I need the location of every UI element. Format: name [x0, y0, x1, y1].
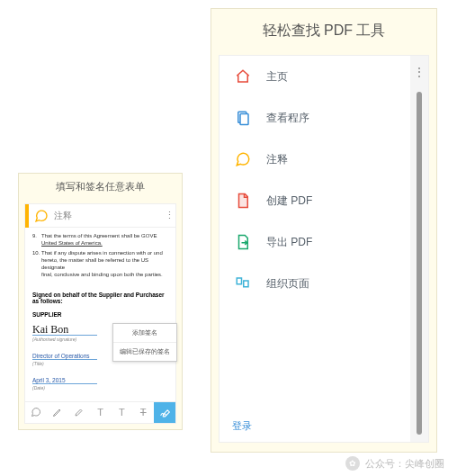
left-app-header: 注释 ⋮: [25, 204, 175, 228]
svg-rect-1: [240, 114, 248, 125]
comment-icon: [232, 151, 254, 167]
menu-label: 创建 PDF: [266, 193, 312, 209]
menu-item-comment[interactable]: 注释: [220, 139, 410, 180]
tool-comment-icon[interactable]: [25, 402, 47, 423]
signature-popup: 添加签名 编辑已保存的签名: [112, 323, 177, 362]
supplier-heading: SUPPLIER: [32, 311, 168, 318]
clause-row: 10. That if any dispute arises in connec…: [32, 249, 168, 278]
menu-item-create-pdf[interactable]: 创建 PDF: [220, 180, 410, 221]
signature-popup-manage[interactable]: 编辑已保存的签名: [113, 343, 176, 361]
comment-icon: [34, 209, 49, 223]
active-tab-strip: [25, 204, 29, 228]
signature-popup-add[interactable]: 添加签名: [113, 324, 176, 343]
tool-strike-icon[interactable]: T: [132, 402, 154, 423]
header-overflow-icon[interactable]: ⋮: [163, 210, 175, 221]
menu-item-export-pdf[interactable]: 导出 PDF: [220, 221, 410, 263]
date-field[interactable]: April 3, 2015 (Date): [32, 372, 168, 391]
menu-label: 主页: [266, 69, 288, 85]
clause-number: 9.: [32, 232, 41, 247]
clause-number: 10.: [32, 249, 41, 278]
tool-pen-icon[interactable]: [47, 402, 68, 423]
clause-row: 9. That the terms of this Agreement shal…: [32, 232, 168, 247]
watermark: ✿ 公众号：尖峰创圈: [345, 456, 444, 471]
tool-highlight-icon[interactable]: [68, 402, 90, 423]
tool-text2-icon[interactable]: T: [111, 402, 132, 423]
menu-item-viewer[interactable]: 查看程序: [220, 97, 410, 139]
tool-text-icon[interactable]: T: [90, 402, 112, 423]
menu-label: 组织页面: [266, 276, 309, 292]
right-card-title: 轻松查找 PDF 工具: [211, 9, 436, 49]
organize-icon: [232, 275, 254, 292]
menu-item-home[interactable]: 主页: [220, 56, 410, 97]
menu-item-organize[interactable]: 组织页面: [220, 263, 410, 304]
right-showcase-card: 轻松查找 PDF 工具 ⋮ 主页 查看程序 注释 创建 PDF: [211, 8, 437, 453]
right-phone-frame: ⋮ 主页 查看程序 注释 创建 PDF 导出 PDF: [219, 55, 429, 443]
view-icon: [232, 110, 254, 126]
side-strip: ⋮: [410, 56, 428, 442]
home-icon: [232, 68, 254, 85]
menu-label: 导出 PDF: [266, 235, 312, 250]
overflow-menu-icon[interactable]: ⋮: [410, 56, 428, 88]
menu-label: 注释: [266, 152, 288, 167]
tool-signature-icon[interactable]: [154, 402, 175, 423]
menu-label: 查看程序: [266, 111, 309, 126]
tools-menu: 主页 查看程序 注释 创建 PDF 导出 PDF 组织页面: [220, 56, 428, 442]
login-link[interactable]: 登录: [220, 410, 410, 442]
date-caption: (Date): [32, 385, 168, 391]
svg-rect-2: [237, 278, 241, 284]
create-pdf-icon: [232, 193, 254, 209]
tab-label[interactable]: 注释: [54, 210, 163, 222]
left-phone-frame: 注释 ⋮ 9. That the terms of this Agreement…: [24, 203, 176, 424]
document-body: 9. That the terms of this Agreement shal…: [25, 228, 175, 401]
wechat-icon: ✿: [345, 456, 360, 471]
signature-scribble: Kai Bon: [32, 323, 68, 337]
signed-heading: Signed on behalf of the Supplier and Pur…: [32, 292, 168, 304]
svg-rect-3: [244, 281, 248, 287]
watermark-text: 公众号：尖峰创圈: [365, 457, 444, 471]
fill-sign-toolbar: T T T: [25, 401, 175, 423]
export-pdf-icon: [232, 234, 254, 250]
left-card-title: 填写和签名任意表单: [19, 174, 182, 200]
scrollbar[interactable]: [417, 92, 422, 435]
left-showcase-card: 填写和签名任意表单 注释 ⋮ 9. That the terms of this…: [18, 173, 183, 430]
